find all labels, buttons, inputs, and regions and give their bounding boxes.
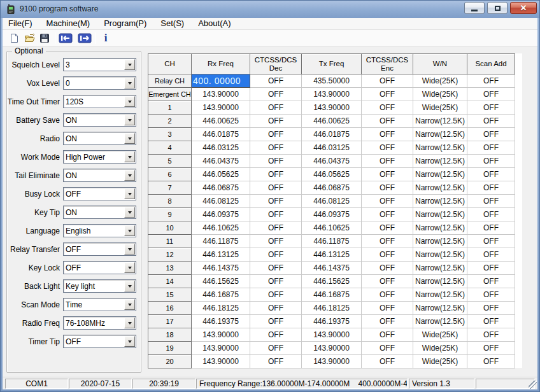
row-header-cell[interactable]: 16 [148,302,192,315]
cell-wn[interactable]: Narrow(12.5K) [413,302,467,315]
cell-scan-add[interactable]: OFF [467,101,515,115]
cell-tx-freq[interactable]: 446.05625 [302,168,362,181]
radio-freq-dropdown-button[interactable] [124,318,135,328]
cell-wn[interactable]: Wide(25K) [413,101,467,115]
close-button[interactable]: ✕ [510,2,537,14]
row-header-cell[interactable]: 10 [148,221,192,235]
cell-rx-freq[interactable]: 446.19375 [192,315,250,328]
busy-lock-dropdown-button[interactable] [124,188,135,199]
cell-scan-add[interactable]: OFF [467,155,515,168]
cell-ctcss-enc[interactable]: OFF [362,155,413,168]
row-header-cell[interactable]: 13 [148,262,192,275]
cell-ctcss-dec[interactable]: OFF [250,141,302,155]
cell-wn[interactable]: Narrow(12.5K) [413,208,467,221]
open-file-button[interactable] [22,31,37,45]
cell-scan-add[interactable]: OFF [467,315,515,328]
minimize-button[interactable] [464,2,485,14]
row-header-cell[interactable]: 19 [148,342,192,355]
cell-rx-freq[interactable]: 446.08125 [192,195,250,208]
cell-ctcss-dec[interactable]: OFF [250,342,302,355]
row-header-cell[interactable]: 20 [148,355,192,368]
row-header-cell[interactable]: 1 [148,101,192,115]
cell-tx-freq[interactable]: 446.03125 [302,141,362,155]
cell-wn[interactable]: Narrow(12.5K) [413,181,467,195]
tail-eliminate-dropdown-button[interactable] [124,170,135,181]
cell-scan-add[interactable]: OFF [467,141,515,155]
cell-ctcss-dec[interactable]: OFF [250,101,302,115]
cell-wn[interactable]: Narrow(12.5K) [413,168,467,181]
cell-scan-add[interactable]: OFF [467,342,515,355]
row-header-cell[interactable]: 15 [148,288,192,302]
cell-ctcss-enc[interactable]: OFF [362,315,413,328]
cell-rx-freq[interactable]: 446.06875 [192,181,250,195]
radio-combobox[interactable]: ON [63,132,136,145]
cell-wn[interactable]: Wide(25K) [413,74,467,88]
cell-ctcss-enc[interactable]: OFF [362,115,413,128]
work-mode-combobox[interactable]: High Power [63,150,136,164]
menu-item-program[interactable]: Program(P) [97,18,153,29]
cell-scan-add[interactable]: OFF [467,235,515,248]
cell-rx-freq[interactable]: 446.03125 [192,141,250,155]
cell-tx-freq[interactable]: 446.15625 [302,275,362,288]
radio-dropdown-button[interactable] [124,133,135,144]
cell-ctcss-enc[interactable]: OFF [362,302,413,315]
cell-tx-freq[interactable]: 446.08125 [302,195,362,208]
row-header-cell[interactable]: Relay CH [148,74,192,88]
key-lock-combobox[interactable]: OFF [63,261,136,274]
cell-wn[interactable]: Narrow(12.5K) [413,115,467,128]
menu-item-set[interactable]: Set(S) [153,18,191,29]
cell-wn[interactable]: Wide(25K) [413,342,467,355]
row-header-cell[interactable]: 7 [148,181,192,195]
cell-wn[interactable]: Narrow(12.5K) [413,248,467,262]
menu-item-machine[interactable]: Machine(M) [39,18,97,29]
back-light-combobox[interactable]: Key light [63,279,136,293]
cell-rx-freq[interactable]: 446.13125 [192,248,250,262]
cell-scan-add[interactable]: OFF [467,208,515,221]
cell-tx-freq[interactable]: 446.13125 [302,248,362,262]
row-header-cell[interactable]: 11 [148,235,192,248]
cell-rx-freq[interactable]: 143.90000 [192,88,250,101]
cell-tx-freq[interactable]: 143.90000 [302,88,362,101]
cell-tx-freq[interactable]: 446.16875 [302,288,362,302]
busy-lock-combobox[interactable]: OFF [63,187,136,200]
cell-rx-freq[interactable]: 446.05625 [192,168,250,181]
cell-tx-freq[interactable]: 446.10625 [302,221,362,235]
cell-tx-freq[interactable]: 446.19375 [302,315,362,328]
cell-scan-add[interactable]: OFF [467,115,515,128]
cell-tx-freq[interactable]: 446.14375 [302,262,362,275]
write-to-radio-button[interactable] [77,31,92,45]
cell-rx-freq[interactable]: 400. 00000 [192,74,250,88]
cell-ctcss-enc[interactable]: OFF [362,275,413,288]
cell-wn[interactable]: Narrow(12.5K) [413,195,467,208]
cell-ctcss-enc[interactable]: OFF [362,288,413,302]
cell-tx-freq[interactable]: 143.90000 [302,328,362,342]
cell-ctcss-dec[interactable]: OFF [250,288,302,302]
cell-ctcss-dec[interactable]: OFF [250,328,302,342]
cell-ctcss-enc[interactable]: OFF [362,328,413,342]
read-from-radio-button[interactable] [58,31,73,45]
cell-wn[interactable]: Narrow(12.5K) [413,275,467,288]
vox-level-dropdown-button[interactable] [124,78,135,88]
cell-wn[interactable]: Narrow(12.5K) [413,315,467,328]
cell-ctcss-enc[interactable]: OFF [362,101,413,115]
cell-rx-freq[interactable]: 446.04375 [192,155,250,168]
row-header-cell[interactable]: Emergent CH [148,88,192,101]
resize-grip-icon[interactable] [529,381,537,389]
battery-save-combobox[interactable]: ON [63,113,136,127]
tail-eliminate-combobox[interactable]: ON [63,169,136,182]
cell-ctcss-enc[interactable]: OFF [362,181,413,195]
cell-tx-freq[interactable]: 446.01875 [302,128,362,141]
cell-scan-add[interactable]: OFF [467,195,515,208]
cell-rx-freq[interactable]: 446.09375 [192,208,250,221]
cell-ctcss-dec[interactable]: OFF [250,302,302,315]
cell-tx-freq[interactable]: 446.00625 [302,115,362,128]
row-header-cell[interactable]: 6 [148,168,192,181]
cell-tx-freq[interactable]: 446.18125 [302,302,362,315]
cell-scan-add[interactable]: OFF [467,328,515,342]
cell-ctcss-dec[interactable]: OFF [250,248,302,262]
squelch-level-dropdown-button[interactable] [124,59,135,70]
cell-rx-freq[interactable]: 446.01875 [192,128,250,141]
cell-ctcss-dec[interactable]: OFF [250,235,302,248]
key-tip-dropdown-button[interactable] [124,207,135,218]
menu-item-file[interactable]: File(F) [3,18,39,29]
